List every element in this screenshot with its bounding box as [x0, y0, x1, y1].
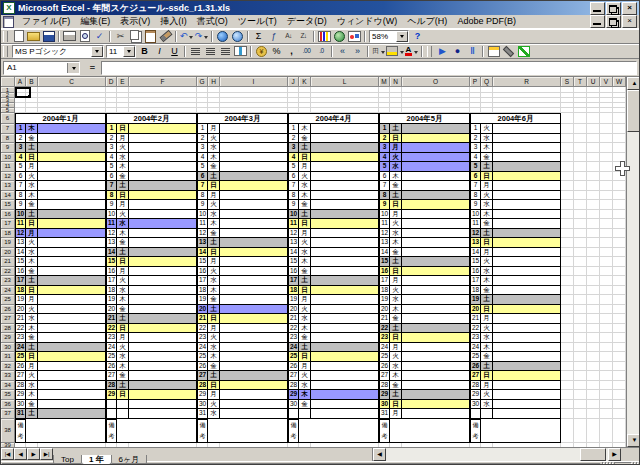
schedule-cell[interactable]: [311, 276, 379, 286]
grid-cell[interactable]: [600, 210, 613, 220]
grid-cell[interactable]: [587, 314, 600, 324]
weekday-cell[interactable]: 月: [117, 200, 129, 210]
schedule-cell[interactable]: [493, 267, 561, 277]
row-header-15[interactable]: 15: [1, 200, 15, 210]
weekday-cell[interactable]: 月: [208, 124, 220, 134]
paste-function-button[interactable]: ƒ: [266, 30, 281, 43]
workbook-icon[interactable]: [3, 16, 14, 28]
date-cell[interactable]: 6: [106, 172, 117, 182]
date-cell[interactable]: 31: [197, 409, 208, 419]
schedule-cell[interactable]: [220, 314, 288, 324]
date-cell[interactable]: 28: [197, 381, 208, 391]
weekday-cell[interactable]: 木: [390, 238, 402, 248]
schedule-cell[interactable]: [38, 305, 106, 315]
grid-cell[interactable]: [600, 113, 613, 124]
grid-cell[interactable]: [613, 362, 626, 372]
weekday-cell[interactable]: 日: [117, 124, 129, 134]
schedule-cell[interactable]: [38, 153, 106, 163]
weekday-cell[interactable]: 金: [390, 181, 402, 191]
schedule-cell[interactable]: [129, 381, 197, 391]
date-cell[interactable]: 11: [197, 219, 208, 229]
row-header-20[interactable]: 20: [1, 248, 15, 258]
weekday-cell[interactable]: 日: [208, 381, 220, 391]
schedule-cell[interactable]: [311, 153, 379, 163]
date-cell[interactable]: 24: [288, 343, 299, 353]
macro-pause-button[interactable]: ‖: [465, 45, 480, 58]
row-header-36[interactable]: 36: [1, 400, 15, 410]
grid-cell[interactable]: [561, 343, 574, 353]
grid-cell[interactable]: [600, 238, 613, 248]
schedule-cell[interactable]: [311, 371, 379, 381]
grid-cell[interactable]: [600, 124, 613, 134]
grid-cell[interactable]: [574, 390, 587, 400]
grid-cell[interactable]: [574, 333, 587, 343]
grid-cell[interactable]: [574, 400, 587, 410]
menu-item-9[interactable]: Adobe PDF(B): [452, 16, 521, 26]
schedule-cell[interactable]: [129, 181, 197, 191]
date-cell[interactable]: 18: [379, 286, 390, 296]
menu-item-6[interactable]: データ(D): [282, 16, 332, 26]
schedule-cell[interactable]: [38, 124, 106, 134]
weekday-cell[interactable]: 土: [481, 362, 493, 372]
grid-cell[interactable]: [613, 443, 626, 448]
date-cell[interactable]: 9: [379, 200, 390, 210]
weekday-cell[interactable]: 土: [208, 305, 220, 315]
schedule-cell[interactable]: [493, 143, 561, 153]
save-button[interactable]: [41, 30, 56, 43]
weekday-cell[interactable]: [299, 409, 311, 419]
weekday-cell[interactable]: 水: [208, 210, 220, 220]
schedule-cell[interactable]: [493, 352, 561, 362]
notes-cell[interactable]: [26, 419, 106, 443]
grid-cell[interactable]: [613, 219, 626, 229]
date-cell[interactable]: 16: [106, 267, 117, 277]
weekday-cell[interactable]: 土: [481, 295, 493, 305]
weekday-cell[interactable]: 水: [26, 248, 38, 258]
schedule-cell[interactable]: [402, 324, 470, 334]
schedule-cell[interactable]: [38, 134, 106, 144]
weekday-cell[interactable]: 金: [208, 162, 220, 172]
weekday-cell[interactable]: 土: [26, 276, 38, 286]
grid-cell[interactable]: [561, 191, 574, 201]
scroll-up-icon[interactable]: ▲: [627, 77, 640, 90]
weekday-cell[interactable]: 水: [390, 229, 402, 239]
schedule-cell[interactable]: [493, 333, 561, 343]
grid-cell[interactable]: [613, 143, 626, 153]
weekday-cell[interactable]: 水: [481, 400, 493, 410]
date-cell[interactable]: 7: [106, 181, 117, 191]
grid-cell[interactable]: [587, 419, 600, 443]
date-cell[interactable]: 15: [470, 257, 481, 267]
schedule-cell[interactable]: [220, 210, 288, 220]
grid-cell[interactable]: [600, 390, 613, 400]
row-header-9[interactable]: 9: [1, 143, 15, 153]
schedule-cell[interactable]: [220, 191, 288, 201]
schedule-cell[interactable]: [402, 162, 470, 172]
autosum-button[interactable]: Σ: [251, 30, 266, 43]
grid-cell[interactable]: [587, 134, 600, 144]
weekday-cell[interactable]: 日: [117, 324, 129, 334]
grid-cell[interactable]: [561, 305, 574, 315]
weekday-cell[interactable]: 木: [117, 362, 129, 372]
weekday-cell[interactable]: 火: [117, 210, 129, 220]
date-cell[interactable]: 18: [106, 286, 117, 296]
date-cell[interactable]: 4: [470, 153, 481, 163]
weekday-cell[interactable]: 日: [299, 352, 311, 362]
date-cell[interactable]: 9: [470, 200, 481, 210]
grid-cell[interactable]: [574, 172, 587, 182]
grid-cell[interactable]: [600, 172, 613, 182]
schedule-cell[interactable]: [220, 333, 288, 343]
date-cell[interactable]: 16: [288, 267, 299, 277]
row-header-12[interactable]: 12: [1, 172, 15, 182]
schedule-cell[interactable]: [402, 143, 470, 153]
date-cell[interactable]: 26: [288, 362, 299, 372]
weekday-cell[interactable]: 月: [481, 181, 493, 191]
grid-cell[interactable]: [600, 305, 613, 315]
weekday-cell[interactable]: 木: [26, 324, 38, 334]
weekday-cell[interactable]: 火: [208, 267, 220, 277]
weekday-cell[interactable]: 火: [26, 305, 38, 315]
date-cell[interactable]: 10: [15, 210, 26, 220]
schedule-cell[interactable]: [220, 181, 288, 191]
undo-button[interactable]: ↶: [179, 30, 194, 43]
schedule-cell[interactable]: [220, 257, 288, 267]
schedule-cell[interactable]: [220, 200, 288, 210]
date-cell[interactable]: 3: [379, 143, 390, 153]
